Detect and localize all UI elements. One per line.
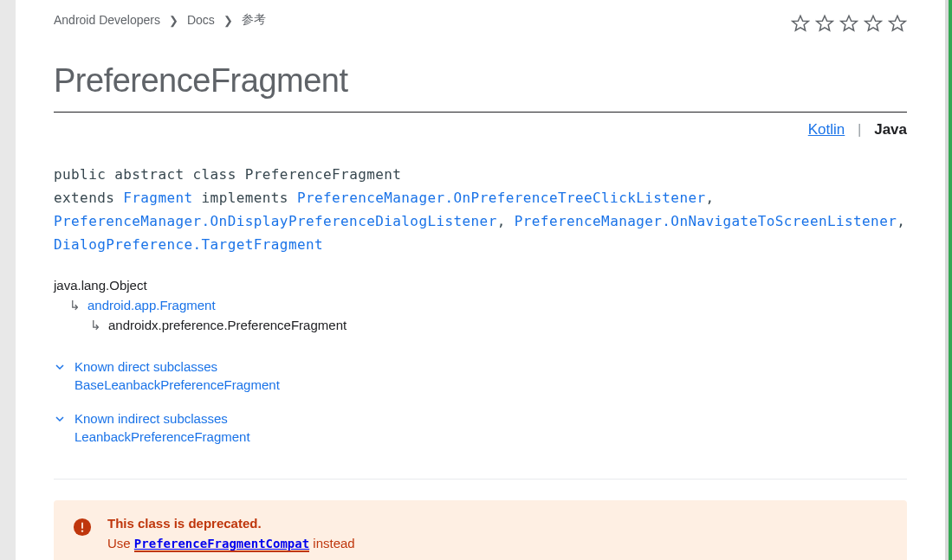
- page-title: PreferenceFragment: [54, 62, 907, 113]
- deprecation-title: This class is deprecated.: [107, 516, 355, 531]
- hierarchy-arrow-icon: ↳: [90, 318, 108, 332]
- class-hierarchy: java.lang.Object ↳android.app.Fragment ↳…: [54, 275, 907, 335]
- hierarchy-row: ↳android.app.Fragment: [54, 295, 907, 315]
- sig-impl-link[interactable]: PreferenceManager.OnPreferenceTreeClickL…: [297, 190, 706, 206]
- hierarchy-row: ↳androidx.preference.PreferenceFragment: [54, 315, 907, 335]
- section-divider: [54, 479, 907, 480]
- tab-kotlin[interactable]: Kotlin: [808, 121, 845, 138]
- svg-rect-6: [81, 523, 83, 529]
- sig-impl-link[interactable]: PreferenceManager.OnNavigateToScreenList…: [515, 213, 897, 229]
- star-icon[interactable]: [815, 14, 834, 36]
- known-indirect-subclasses-toggle[interactable]: Known indirect subclasses: [54, 411, 907, 426]
- sig-text: public abstract class: [54, 166, 245, 183]
- subclasses-section: Known direct subclasses BaseLeanbackPref…: [54, 359, 907, 444]
- topbar: Android Developers ❯ Docs ❯ 参考: [54, 12, 907, 36]
- deprecation-link[interactable]: PreferenceFragmentCompat: [134, 536, 309, 550]
- subclasses-label: Known direct subclasses: [74, 359, 217, 374]
- star-icon[interactable]: [864, 14, 883, 36]
- deprecation-prefix: Use: [107, 536, 134, 550]
- svg-marker-2: [841, 16, 857, 30]
- sig-text: implements: [193, 190, 297, 206]
- breadcrumb-item[interactable]: Android Developers: [54, 13, 160, 27]
- tab-separator: |: [849, 121, 870, 138]
- breadcrumb-item[interactable]: 参考: [242, 12, 266, 28]
- hierarchy-link[interactable]: android.app.Fragment: [87, 298, 216, 312]
- sig-extends-link[interactable]: Fragment: [123, 190, 192, 206]
- star-icon[interactable]: [791, 14, 810, 36]
- deprecation-suffix: instead: [309, 536, 355, 550]
- subclass-link[interactable]: LeanbackPreferenceFragment: [74, 429, 250, 444]
- sig-class-name: PreferenceFragment: [245, 166, 402, 183]
- subclasses-label: Known indirect subclasses: [74, 411, 228, 426]
- breadcrumb-item[interactable]: Docs: [187, 13, 215, 27]
- subclass-link[interactable]: BaseLeanbackPreferenceFragment: [74, 377, 280, 392]
- star-icon[interactable]: [839, 14, 858, 36]
- breadcrumb: Android Developers ❯ Docs ❯ 参考: [54, 12, 266, 28]
- class-signature: public abstract class PreferenceFragment…: [54, 163, 907, 256]
- sig-text: ,: [897, 213, 905, 229]
- svg-marker-3: [865, 16, 881, 30]
- hierarchy-row: java.lang.Object: [54, 275, 907, 295]
- sig-impl-link[interactable]: PreferenceManager.OnDisplayPreferenceDia…: [54, 213, 497, 229]
- hierarchy-current: androidx.preference.PreferenceFragment: [108, 318, 346, 332]
- chevron-right-icon: ❯: [223, 14, 233, 27]
- deprecation-notice: This class is deprecated. Use Preference…: [54, 500, 907, 560]
- sig-text: ,: [497, 213, 515, 229]
- svg-marker-0: [793, 16, 808, 30]
- svg-marker-1: [817, 16, 832, 30]
- tab-java[interactable]: Java: [874, 121, 907, 138]
- chevron-down-icon: [54, 363, 66, 371]
- svg-point-7: [81, 530, 83, 531]
- sig-text: extends: [54, 190, 123, 206]
- star-icon[interactable]: [888, 14, 907, 36]
- warning-icon: [73, 518, 92, 537]
- language-tabs: Kotlin | Java: [54, 121, 907, 138]
- hierarchy-arrow-icon: ↳: [69, 298, 87, 312]
- rating-stars[interactable]: [791, 12, 907, 36]
- known-direct-subclasses-toggle[interactable]: Known direct subclasses: [54, 359, 907, 374]
- svg-marker-4: [890, 16, 905, 30]
- chevron-down-icon: [54, 415, 66, 423]
- chevron-right-icon: ❯: [169, 14, 178, 27]
- deprecation-text: Use PreferenceFragmentCompat instead: [107, 536, 355, 550]
- sig-impl-link[interactable]: DialogPreference.TargetFragment: [54, 236, 323, 253]
- sig-text: ,: [705, 190, 714, 206]
